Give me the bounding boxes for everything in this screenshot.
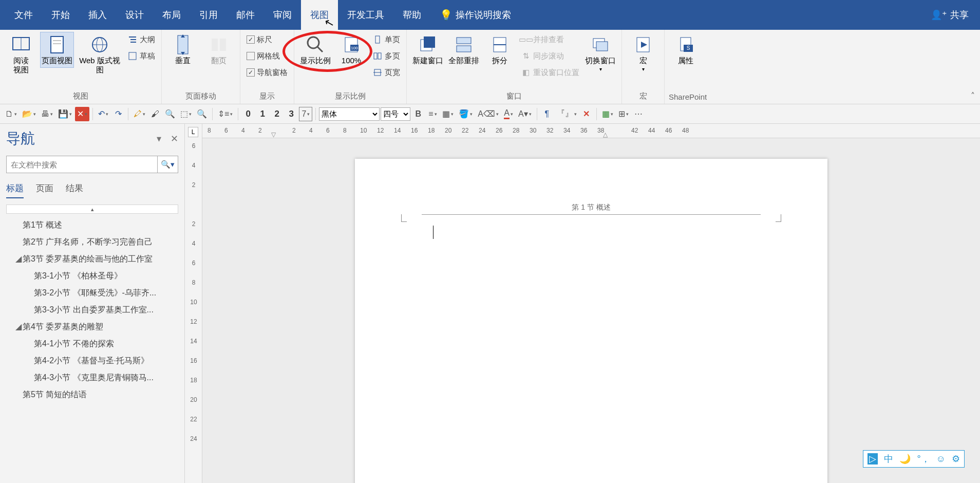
properties-button[interactable]: S属性 <box>669 32 703 68</box>
tab-references[interactable]: 引用 <box>190 0 227 30</box>
bold-button[interactable]: B <box>411 107 425 121</box>
nav-heading-item[interactable]: 第5节 简短的结语 <box>6 386 178 403</box>
zoom-100-button[interactable]: 100100% <box>334 32 368 68</box>
nav-heading-item[interactable]: 第1节 概述 <box>6 217 178 234</box>
nav-search-input[interactable] <box>7 156 157 173</box>
tab-design[interactable]: 设计 <box>116 0 153 30</box>
redo-button[interactable]: ↷ <box>111 107 125 121</box>
nav-heading-item[interactable]: ◢第4节 委罗基奥的雕塑 <box>6 319 178 336</box>
split-button[interactable]: 拆分 <box>483 32 517 68</box>
new-doc-button[interactable]: 🗋 <box>3 107 19 121</box>
nav-heading-item[interactable]: 第4-1小节 不倦的探索 <box>6 336 178 352</box>
switch-window-button[interactable]: 切换窗口▾ <box>583 32 617 75</box>
nav-tab-results[interactable]: 结果 <box>66 182 83 198</box>
tab-mailings[interactable]: 邮件 <box>227 0 264 30</box>
delete-button[interactable]: ✕ <box>580 107 593 121</box>
draft-view-button[interactable]: 草稿 <box>125 48 157 64</box>
brackets-button[interactable]: 『』 <box>555 107 579 121</box>
align-button[interactable]: ≡ <box>426 107 439 121</box>
more-button[interactable]: ⋯ <box>632 107 645 121</box>
find-button[interactable]: 🔍 <box>163 107 177 121</box>
show-marks-button[interactable]: ¶ <box>540 107 554 121</box>
clear-format-button[interactable]: A⌫ <box>476 107 501 121</box>
table-tools-button[interactable]: ▦ <box>600 107 615 121</box>
collapse-ribbon-button[interactable]: ˄ <box>971 91 975 101</box>
select-button[interactable]: ⬚ <box>178 107 194 121</box>
ime-settings-icon[interactable]: ⚙ <box>952 453 960 465</box>
nav-tab-pages[interactable]: 页面 <box>36 182 53 198</box>
tab-review[interactable]: 审阅 <box>264 0 301 30</box>
nav-heading-item[interactable]: ◢第3节 委罗基奥的绘画与他的工作室 <box>6 251 178 268</box>
page-width-button[interactable]: 页宽 <box>370 65 402 80</box>
print-button[interactable]: 🖶 <box>39 107 55 121</box>
one-page-button[interactable]: 单页 <box>370 32 402 47</box>
vertical-button[interactable]: 垂直 <box>166 32 200 68</box>
nav-heading-item[interactable]: 第4-2小节 《基督与圣·托马斯》 <box>6 352 178 369</box>
tab-insert[interactable]: 插入 <box>79 0 116 30</box>
nav-search[interactable]: 🔍▾ <box>6 156 178 173</box>
reading-view-button[interactable]: 阅读 视图 <box>4 32 38 77</box>
undo-button[interactable]: ↶ <box>96 107 110 121</box>
layout-tools-button[interactable]: ⊞ <box>616 107 631 121</box>
gridlines-checkbox[interactable]: 网格线 <box>244 48 290 64</box>
nav-heading-item[interactable]: 第3-2小节 《耶稣受洗》-乌菲齐... <box>6 285 178 302</box>
text-effects-button[interactable]: A▾ <box>516 107 534 121</box>
new-window-button[interactable]: 新建窗口 <box>411 32 445 68</box>
nav-heading-item[interactable]: 第4-3小节 《克里奥尼青铜骑马... <box>6 369 178 386</box>
document-page[interactable]: 第 1 节 概述 <box>355 159 827 483</box>
horizontal-ruler[interactable]: ▽ △ 864224681012141618202224262830323436… <box>202 124 980 138</box>
nav-search-button[interactable]: 🔍▾ <box>157 156 178 173</box>
arrange-all-button[interactable]: 全部重排 <box>447 32 481 68</box>
print-layout-button[interactable]: 页面视图 <box>40 32 74 68</box>
heading-3-button[interactable]: 3 <box>285 107 298 121</box>
ime-lang[interactable]: 中 <box>884 453 893 465</box>
save-button[interactable]: 💾 <box>56 107 74 121</box>
nav-heading-item[interactable]: 第3-1小节 《柏林圣母》 <box>6 268 178 285</box>
multi-page-button[interactable]: 多页 <box>370 48 402 64</box>
font-size-select[interactable]: 四号 <box>381 107 410 121</box>
ime-moon-icon[interactable]: 🌙 <box>899 453 911 465</box>
font-color-button[interactable]: A <box>502 107 515 121</box>
nav-tab-headings[interactable]: 标题 <box>6 182 24 198</box>
vertical-ruler[interactable]: L 64224681012141618202224 <box>185 124 202 483</box>
tab-developer[interactable]: 开发工具 <box>338 0 393 30</box>
first-line-indent-icon[interactable]: ▽ <box>271 131 276 138</box>
styles-button[interactable]: 7 <box>299 107 312 121</box>
borders-button[interactable]: ▦ <box>440 107 456 121</box>
close-doc-button[interactable]: ✕ <box>75 107 89 121</box>
heading-0-button[interactable]: 0 <box>241 107 255 121</box>
tab-home[interactable]: 开始 <box>42 0 79 30</box>
ime-logo-icon[interactable]: ▷ <box>868 453 878 465</box>
outline-view-button[interactable]: 大纲 <box>125 32 157 47</box>
heading-1-button[interactable]: 1 <box>256 107 269 121</box>
tell-me[interactable]: 💡操作说明搜索 <box>430 0 520 30</box>
nav-heading-item[interactable]: 第3-3小节 出自委罗基奥工作室... <box>6 302 178 319</box>
nav-collapse-all[interactable]: ▴ <box>6 205 178 214</box>
document-scroll[interactable]: 第 1 节 概述 <box>202 138 980 483</box>
tab-layout[interactable]: 布局 <box>153 0 190 30</box>
tab-selector[interactable]: L <box>188 127 198 137</box>
share-button[interactable]: 👤⁺共享 <box>925 9 975 21</box>
zoom-button[interactable]: 显示比例 <box>298 32 332 68</box>
nav-dropdown-icon[interactable]: ▾ <box>157 133 161 144</box>
tab-view[interactable]: 视图 <box>301 0 338 30</box>
tab-file[interactable]: 文件 <box>5 0 42 30</box>
macros-button[interactable]: 宏▾ <box>626 32 660 75</box>
ime-emoji-icon[interactable]: ☺ <box>936 454 946 465</box>
highlight-button[interactable]: 🖍 <box>131 107 147 121</box>
tab-help[interactable]: 帮助 <box>393 0 430 30</box>
nav-heading-item[interactable]: 第2节 广拜名师，不断学习完善自己 <box>6 234 178 251</box>
heading-2-button[interactable]: 2 <box>270 107 284 121</box>
font-name-select[interactable]: 黑体 <box>319 107 380 121</box>
ime-punct-icon[interactable]: °， <box>917 453 930 465</box>
ime-toolbar[interactable]: ▷ 中 🌙 °， ☺ ⚙ <box>863 450 965 468</box>
navpane-checkbox[interactable]: ✓导航窗格 <box>244 65 290 80</box>
zoom-tool-button[interactable]: 🔍 <box>195 107 209 121</box>
line-spacing-button[interactable]: ⇕≡ <box>216 107 235 121</box>
ruler-checkbox[interactable]: ✓标尺 <box>244 32 290 47</box>
format-painter-button[interactable]: 🖌 <box>148 107 162 121</box>
open-button[interactable]: 📂 <box>20 107 38 121</box>
web-layout-button[interactable]: Web 版式视图 <box>76 32 123 77</box>
nav-close-icon[interactable]: ✕ <box>171 133 178 144</box>
shading-button[interactable]: 🪣 <box>457 107 475 121</box>
